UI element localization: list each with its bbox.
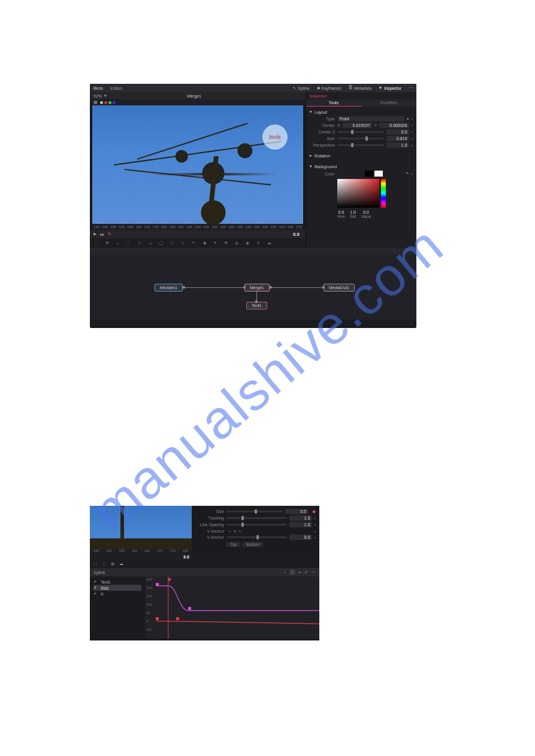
spline-graph[interactable]: 250 200 150 100 50 0 -50 ▼ xyxy=(145,576,319,639)
inspector-tab-modifiers[interactable]: Modifiers xyxy=(361,99,416,107)
tool-fx4-icon[interactable]: ◍ xyxy=(234,241,240,245)
tab-spline[interactable]: ∿Spline xyxy=(292,86,309,90)
keyframe-icon[interactable] xyxy=(176,617,179,620)
tab-keyframes[interactable]: ◆Keyframes xyxy=(317,86,341,90)
mini-ruler[interactable]: 135150155160165170175180 xyxy=(90,549,192,554)
tree-item-x[interactable]: ✓X xyxy=(93,591,141,597)
title-overlay[interactable]: birds xyxy=(262,125,288,150)
timecode[interactable]: 0.0 xyxy=(291,232,302,237)
tool-icon[interactable]: ⬚ xyxy=(93,561,98,566)
play-icon[interactable]: ▶ xyxy=(93,232,96,236)
keyframe-active-icon[interactable]: ◆ xyxy=(312,509,316,514)
keyframe-dot-icon[interactable]: • xyxy=(315,529,316,533)
hue-value[interactable]: 0.0 xyxy=(337,210,345,214)
tool-fx6-icon[interactable]: ☀ xyxy=(255,241,261,245)
color-swatch-2[interactable] xyxy=(374,171,383,177)
tool-icon[interactable]: ◌ xyxy=(102,561,106,566)
more-icon[interactable]: ⋯ xyxy=(312,570,316,575)
tool-curve-icon[interactable]: ∿ xyxy=(137,241,143,245)
color-picker[interactable] xyxy=(337,179,390,208)
anchor-top-icon[interactable]: ⌐ xyxy=(229,529,231,533)
keyframe-dot-icon[interactable]: • xyxy=(412,143,413,147)
checkbox-icon[interactable]: ✓ xyxy=(93,579,98,584)
vanchor-opt-bottom[interactable]: Bottom xyxy=(243,542,263,547)
tool-rect-icon[interactable]: ▭ xyxy=(147,241,153,245)
node-graph[interactable]: MediaIn1 Merge1 Text1 MediaOut1 xyxy=(90,248,416,320)
anchor-mid-icon[interactable]: ≡ xyxy=(234,529,236,533)
keyframe-dot-icon[interactable]: • xyxy=(412,130,413,134)
linespacing-slider[interactable] xyxy=(226,524,287,526)
tool-ellipse-icon[interactable]: ◯ xyxy=(158,241,164,245)
tool-text-icon[interactable]: T xyxy=(180,241,186,245)
section-background[interactable]: ▾Background xyxy=(310,163,413,170)
tool-crop-icon[interactable]: ⌐ xyxy=(115,241,121,245)
tool-fx5-icon[interactable]: ◉ xyxy=(244,241,250,245)
keyframe-icon[interactable] xyxy=(188,607,191,610)
node-mediain[interactable]: MediaIn1 xyxy=(155,284,183,292)
tracking-slider[interactable] xyxy=(226,517,287,519)
keyframe-icon[interactable] xyxy=(156,617,159,620)
keyframe-dot-icon[interactable]: • xyxy=(412,172,413,176)
zoom-out-icon[interactable]: − xyxy=(284,570,286,575)
tool-fx1-icon[interactable]: ◆ xyxy=(201,241,207,245)
tool-select-icon[interactable]: ⬚ xyxy=(93,241,99,245)
color-swatch-1[interactable] xyxy=(365,171,373,177)
keyframe-dot-icon[interactable]: • xyxy=(412,136,413,141)
tool-paint-icon[interactable]: ✎ xyxy=(191,241,197,245)
keyframe-dot-icon[interactable]: • xyxy=(315,535,316,539)
tool-icon[interactable]: ◍ xyxy=(111,561,114,566)
keyframe-dot-icon[interactable]: • xyxy=(412,117,413,121)
keyframe-icon[interactable] xyxy=(156,583,159,586)
viewer-mode-icon[interactable]: ▦ xyxy=(93,100,98,105)
tree-item-text1[interactable]: ✓Text1 xyxy=(93,579,141,585)
inspector-tab-tools[interactable]: Tools xyxy=(306,99,361,107)
section-layout[interactable]: ▾Layout xyxy=(310,108,413,116)
value-value[interactable]: 0.0 xyxy=(361,210,371,214)
linespacing-field[interactable]: 1.0 xyxy=(289,522,312,527)
tree-item-size[interactable]: ✓Size xyxy=(93,585,141,591)
channel-dots[interactable] xyxy=(100,101,117,105)
center-y-field[interactable]: 0.600328 xyxy=(379,123,409,128)
fit-icon[interactable]: ⤢ xyxy=(304,570,308,575)
mini-viewer[interactable]: 135150155160165170175180 8.0 xyxy=(90,506,192,560)
tool-poly-icon[interactable]: ⬠ xyxy=(169,241,175,245)
tool-icon[interactable]: ☁ xyxy=(119,561,123,566)
size-slider[interactable] xyxy=(226,511,283,512)
tool-fx3-icon[interactable]: ❖ xyxy=(223,241,229,245)
tracking-field[interactable]: 1.0 xyxy=(289,515,312,521)
keyframe-dot-icon[interactable]: • xyxy=(315,516,316,520)
type-select[interactable]: Point xyxy=(337,116,404,122)
anchor-bot-icon[interactable]: ⌙ xyxy=(238,529,242,533)
tab-inspector[interactable]: ✶Inspector xyxy=(379,86,401,90)
centerz-slider[interactable] xyxy=(337,131,384,133)
perspective-slider[interactable] xyxy=(337,144,384,146)
chevron-down-icon[interactable]: ▾ xyxy=(407,117,409,122)
keyframe-dot-icon[interactable]: • xyxy=(315,523,316,527)
size-field[interactable]: 0.5 xyxy=(285,509,308,514)
tool-fx2-icon[interactable]: ✦ xyxy=(212,241,218,245)
tool-hand-icon[interactable]: ✥ xyxy=(104,241,110,245)
tab-metadata[interactable]: ≣Metadata xyxy=(349,86,371,90)
vanchor-slider[interactable] xyxy=(226,536,287,538)
tool-mask-icon[interactable]: ◌ xyxy=(126,241,132,245)
perspective-field[interactable]: 1.0 xyxy=(386,142,409,148)
keyframe-dot-icon[interactable]: • xyxy=(412,123,413,127)
checkbox-icon[interactable]: ✓ xyxy=(93,585,98,590)
zoom-slider[interactable] xyxy=(290,570,295,575)
checkbox-icon[interactable]: ✓ xyxy=(93,591,98,596)
step-forward-icon[interactable]: ⏭ xyxy=(100,232,104,236)
viewer-image[interactable]: birds xyxy=(92,105,303,224)
centerz-field[interactable]: 0.0 xyxy=(386,129,409,135)
size-field[interactable]: 0.819 xyxy=(386,136,409,141)
time-ruler[interactable]: 1401451501551601651701751801851901951401… xyxy=(92,224,303,230)
section-rotation[interactable]: ▸Rotation xyxy=(310,152,413,159)
more-menu-icon[interactable]: ⋯ xyxy=(409,86,413,90)
zoom-level[interactable]: 92% xyxy=(90,94,102,98)
center-x-field[interactable]: 0.819157 xyxy=(343,123,372,128)
size-slider[interactable] xyxy=(337,138,384,139)
sat-value[interactable]: 1.0 xyxy=(350,210,356,214)
eyedropper-icon[interactable]: ✎ xyxy=(406,171,409,176)
vanchor-field[interactable]: 0.0 xyxy=(289,535,312,540)
node-mediaout[interactable]: MediaOut1 xyxy=(324,284,355,292)
vanchor-opt-top[interactable]: Top xyxy=(226,542,240,547)
